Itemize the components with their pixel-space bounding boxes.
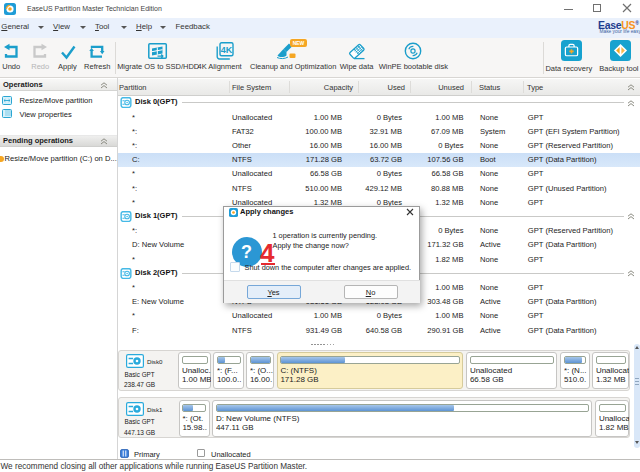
svg-text:4K: 4K	[220, 45, 232, 55]
